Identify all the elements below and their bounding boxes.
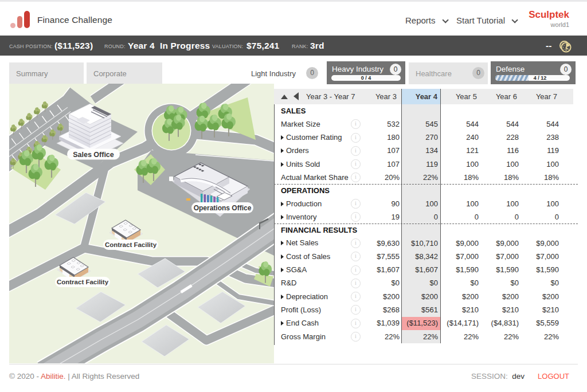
svg-text:Contract Facility: Contract Facility bbox=[105, 241, 157, 248]
svg-text:Operations Office: Operations Office bbox=[194, 204, 252, 212]
svg-text:Sales Office: Sales Office bbox=[73, 151, 114, 159]
svg-text:Contract Facility: Contract Facility bbox=[57, 279, 109, 285]
